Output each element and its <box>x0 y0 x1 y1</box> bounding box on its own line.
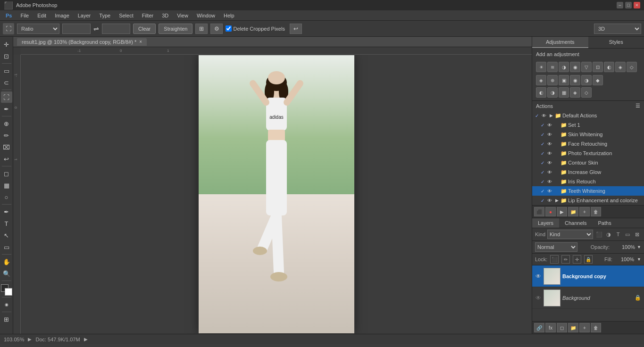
background-color[interactable] <box>5 288 12 296</box>
vibrance-icon[interactable]: ◉ <box>570 62 580 72</box>
tab-paths[interactable]: Paths <box>593 218 617 228</box>
clear-button[interactable]: Clear <box>133 24 156 34</box>
color-swatches[interactable] <box>1 284 12 296</box>
grid-icon[interactable]: ⊞ <box>195 24 208 34</box>
kind-select[interactable]: Kind <box>547 230 593 239</box>
window-controls[interactable]: – □ ✕ <box>617 2 640 8</box>
actions-menu-icon[interactable]: ☰ <box>636 103 640 109</box>
delete-action-button[interactable]: 🗑 <box>591 207 601 216</box>
tab-styles[interactable]: Styles <box>588 37 644 48</box>
shadows-icon[interactable]: ◑ <box>547 87 558 98</box>
menu-view[interactable]: View <box>173 12 192 19</box>
menu-3d[interactable]: 3D <box>158 12 172 19</box>
menu-edit[interactable]: Edit <box>33 12 50 19</box>
action-set1[interactable]: ✓ 👁 📁 Set 1 <box>532 120 644 130</box>
quick-mask-tool[interactable]: ◉ <box>1 299 12 310</box>
layer-visibility-toggle[interactable]: 👁 <box>535 273 542 280</box>
mask-icon[interactable]: ◈ <box>570 87 580 98</box>
zoom-tool[interactable]: 🔍 <box>1 268 12 279</box>
menu-filter[interactable]: Filter <box>138 12 157 19</box>
type-tool[interactable]: T <box>1 218 12 229</box>
screen-mode-tool[interactable]: ⊞ <box>1 314 12 325</box>
minimize-button[interactable]: – <box>617 2 623 8</box>
lock-position-button[interactable]: ✏ <box>561 255 570 264</box>
menu-image[interactable]: Image <box>51 12 73 19</box>
ratio-select[interactable]: Ratio <box>17 24 59 34</box>
add-mask-button[interactable]: ◻ <box>557 323 567 332</box>
brightness-icon[interactable]: ☀ <box>536 62 546 72</box>
artboard-tool[interactable]: ⊡ <box>1 50 12 62</box>
tab-layers[interactable]: Layers <box>532 218 559 228</box>
layer-background[interactable]: 👁 Background 🔒 <box>532 287 644 309</box>
undo-icon[interactable]: ↩ <box>290 24 302 34</box>
action-lip-enhancement[interactable]: ✓ 👁 ▶ 📁 Lip Enhancement and colorize <box>532 196 644 205</box>
tab-channels[interactable]: Channels <box>559 218 592 228</box>
doc-arrow[interactable]: ▶ <box>84 337 88 342</box>
stop-action-button[interactable]: ⬛ <box>534 207 544 216</box>
filter-shape-icon[interactable]: ▭ <box>623 230 632 239</box>
threshold-icon[interactable]: ▣ <box>559 75 569 85</box>
path-select-tool[interactable]: ↖ <box>1 230 12 241</box>
straighten-button[interactable]: Straighten <box>159 24 192 34</box>
play-action-button[interactable]: ▶ <box>557 207 567 216</box>
action-default-actions[interactable]: ✓ 👁 ▶ 📁 Default Actions <box>532 111 644 120</box>
close-button[interactable]: ✕ <box>634 2 640 8</box>
bw-icon[interactable]: ◐ <box>604 62 614 72</box>
action-teeth-whitening[interactable]: ✓ 👁 📁 Teeth Whitening <box>532 186 644 196</box>
new-action-button[interactable]: + <box>579 207 590 216</box>
brush-tool[interactable]: ✏ <box>1 130 12 141</box>
fill-arrow[interactable]: ▼ <box>637 257 641 262</box>
gradient-map-icon[interactable]: ◉ <box>570 75 580 85</box>
selective-color-icon[interactable]: ◑ <box>581 75 592 85</box>
swap-icon[interactable]: ⇌ <box>93 25 99 33</box>
new-group-button[interactable]: 📁 <box>568 323 578 332</box>
action-increase-glow[interactable]: ✓ 👁 📁 Increase Glow <box>532 167 644 177</box>
delete-layer-button[interactable]: 🗑 <box>591 323 601 332</box>
pen-tool[interactable]: ✒ <box>1 206 12 217</box>
crop-tool[interactable]: ⛶ <box>1 91 12 103</box>
link-layers-button[interactable]: 🔗 <box>534 323 544 332</box>
new-layer-button[interactable]: + <box>579 323 590 332</box>
tab-close-button[interactable]: × <box>139 39 142 44</box>
add-style-button[interactable]: fx <box>545 323 556 332</box>
lasso-tool[interactable]: ⊂ <box>1 77 12 88</box>
new-set-button[interactable]: 📁 <box>568 207 578 216</box>
menu-window[interactable]: Window <box>193 12 219 19</box>
clone-tool[interactable]: ⌧ <box>1 141 12 153</box>
menu-layer[interactable]: Layer <box>74 12 95 19</box>
zoom-icon[interactable]: ▶ <box>28 337 32 342</box>
levels-icon[interactable]: ◆ <box>593 75 603 85</box>
menu-select[interactable]: Select <box>115 12 137 19</box>
canvas-tab[interactable]: result1.jpg @ 103% (Background copy, RGB… <box>17 38 147 46</box>
action-photo-texturization[interactable]: ✓ 👁 📁 Photo Texturization <box>532 149 644 158</box>
delete-cropped-checkbox[interactable] <box>226 25 232 32</box>
blend-mode-select[interactable]: Normal <box>535 242 577 252</box>
filter-smart-icon[interactable]: ⊠ <box>633 230 641 239</box>
photo-filter-icon[interactable]: ◈ <box>615 62 626 72</box>
healing-tool[interactable]: ⊕ <box>1 118 12 129</box>
filter-pixel-icon[interactable]: ⬛ <box>595 230 603 239</box>
menu-help[interactable]: Help <box>220 12 238 19</box>
layer-background-copy[interactable]: 👁 Background copy <box>532 265 644 287</box>
action-face-retouching[interactable]: ✓ 👁 📁 Face Retouching <box>532 139 644 149</box>
view-select[interactable]: 3D <box>594 24 641 34</box>
filter-adj-icon[interactable]: ◑ <box>604 230 613 239</box>
action-contour-skin[interactable]: ✓ 👁 📁 Contour Skin <box>532 158 644 167</box>
filter-type-icon[interactable]: T <box>614 230 622 239</box>
eyedropper-tool[interactable]: ✒ <box>1 103 12 115</box>
marquee-tool[interactable]: ▭ <box>1 65 12 76</box>
lock-move-button[interactable]: ✛ <box>573 255 581 264</box>
patterns-icon[interactable]: ▦ <box>559 87 569 98</box>
action-iris-retouch[interactable]: ✓ 👁 📁 Iris Retouch <box>532 177 644 186</box>
menu-type[interactable]: Type <box>95 12 114 19</box>
menu-file[interactable]: File <box>17 12 33 19</box>
tab-adjustments[interactable]: Adjustments <box>532 37 588 48</box>
gradient-tool[interactable]: ▦ <box>1 180 12 191</box>
invert-icon[interactable]: ◈ <box>536 75 546 85</box>
shape-tool[interactable]: ▭ <box>1 241 12 253</box>
lock-pixels-button[interactable]: ⬛ <box>550 255 559 264</box>
curves-icon[interactable]: ≋ <box>547 62 558 72</box>
lock-all-button[interactable]: 🔒 <box>584 255 593 264</box>
photo-canvas[interactable]: adidas <box>199 55 354 333</box>
colorbalance-icon[interactable]: ⊡ <box>593 62 603 72</box>
